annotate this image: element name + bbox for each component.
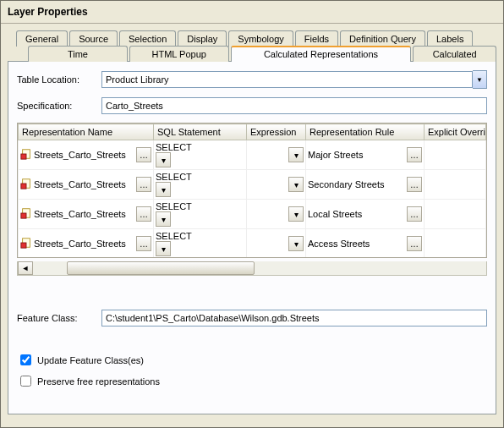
tab-fields[interactable]: Fields [295, 30, 338, 47]
col-header-name[interactable]: Representation Name [19, 124, 154, 140]
repr-name-cell: Streets_Carto_Streets [34, 239, 134, 249]
rule-cell: Secondary Streets [308, 179, 405, 189]
sql-cell: SELECT ▾ [156, 172, 244, 197]
override-cell [425, 229, 486, 259]
table-location-dropdown-button[interactable]: ▼ [473, 70, 487, 89]
table-location-input[interactable] [101, 71, 473, 88]
table-row[interactable]: Streets_Carto_Streets…SELECT ▾▾Local Str… [19, 200, 486, 229]
feature-class-label: Feature Class: [17, 313, 101, 323]
representation-icon [20, 207, 32, 221]
tab-definition-query[interactable]: Definition Query [340, 30, 425, 47]
sql-dropdown-button[interactable]: ▾ [156, 211, 171, 227]
override-cell [425, 200, 486, 229]
rule-cell: Local Streets [308, 209, 405, 219]
update-feature-class-label[interactable]: Update Feature Class(es) [37, 355, 144, 365]
tab-html-popup[interactable]: HTML Popup [129, 46, 229, 62]
sql-cell: SELECT ▾ [156, 201, 244, 227]
specification-label: Specification: [17, 101, 101, 111]
tab-time[interactable]: Time [28, 46, 128, 62]
tab-symbology[interactable]: Symbology [228, 30, 293, 47]
override-cell [425, 170, 486, 200]
svg-rect-3 [21, 184, 26, 189]
table-location-label: Table Location: [17, 74, 101, 85]
rule-edit-button[interactable]: … [407, 236, 422, 251]
specification-input[interactable] [101, 97, 487, 114]
sql-dropdown-button[interactable]: ▾ [156, 152, 171, 167]
override-cell [425, 140, 486, 170]
tab-panel: Table Location: ▼ Specification: R [8, 61, 496, 414]
svg-rect-7 [21, 243, 26, 248]
tab-row-2: Time HTML Popup Calculated Representatio… [8, 46, 496, 62]
col-header-expression[interactable]: Expression [247, 124, 306, 140]
layer-properties-dialog: Layer Properties General Source Selectio… [0, 0, 504, 428]
repr-name-edit-button[interactable]: … [136, 177, 151, 192]
table-row[interactable]: Streets_Carto_Streets…SELECT ▾▾Access St… [19, 229, 486, 259]
rule-edit-button[interactable]: … [407, 177, 422, 192]
expression-dropdown-button[interactable]: ▾ [288, 177, 304, 192]
tab-source[interactable]: Source [69, 30, 118, 47]
scroll-thumb[interactable] [67, 261, 255, 275]
representation-icon [20, 178, 32, 191]
sql-cell: SELECT ▾ [156, 231, 244, 256]
rule-edit-button[interactable]: … [407, 147, 422, 162]
scroll-left-button[interactable]: ◄ [18, 261, 33, 275]
sql-cell: SELECT ▾ [156, 142, 244, 167]
feature-class-input[interactable] [101, 310, 487, 326]
table-row[interactable]: Streets_Carto_Streets…SELECT ▾▾Major Str… [19, 140, 486, 170]
repr-name-cell: Streets_Carto_Streets [34, 150, 134, 160]
repr-name-edit-button[interactable]: … [136, 206, 151, 222]
col-header-rule[interactable]: Representation Rule [306, 124, 425, 140]
col-header-override[interactable]: Explicit Override [425, 124, 486, 140]
sql-dropdown-button[interactable]: ▾ [156, 182, 171, 197]
representations-grid: Representation Name SQL Statement Expres… [17, 123, 487, 258]
repr-name-cell: Streets_Carto_Streets [34, 179, 134, 189]
repr-name-cell: Streets_Carto_Streets [34, 209, 134, 219]
representation-icon [20, 237, 32, 250]
tab-selection[interactable]: Selection [119, 30, 176, 47]
tab-calculated-representations[interactable]: Calculated Representations [231, 46, 412, 62]
representation-icon [20, 148, 32, 162]
expression-dropdown-button[interactable]: ▾ [288, 236, 304, 251]
tab-calculated-fields[interactable]: Calculated [413, 46, 496, 62]
tab-labels[interactable]: Labels [427, 30, 473, 47]
update-feature-class-checkbox[interactable] [20, 354, 31, 365]
table-row[interactable]: Streets_Carto_Streets…SELECT ▾▾Secondary… [19, 170, 486, 200]
grid-horizontal-scrollbar[interactable]: ◄ [17, 261, 487, 276]
rule-cell: Major Streets [308, 150, 405, 160]
repr-name-edit-button[interactable]: … [136, 147, 151, 162]
tab-row-1: General Source Selection Display Symbolo… [8, 30, 496, 47]
rule-edit-button[interactable]: … [407, 206, 422, 222]
chevron-down-icon: ▼ [476, 76, 483, 84]
preserve-free-label[interactable]: Preserve free representations [37, 376, 160, 387]
expression-dropdown-button[interactable]: ▾ [288, 147, 304, 162]
svg-rect-1 [21, 154, 26, 159]
tab-general[interactable]: General [16, 30, 68, 47]
repr-name-edit-button[interactable]: … [136, 236, 151, 251]
rule-cell: Access Streets [308, 239, 405, 249]
preserve-free-checkbox[interactable] [20, 376, 31, 387]
expression-dropdown-button[interactable]: ▾ [288, 206, 304, 222]
svg-rect-5 [21, 213, 26, 218]
sql-dropdown-button[interactable]: ▾ [156, 241, 171, 256]
col-header-sql[interactable]: SQL Statement [154, 124, 247, 140]
tab-display[interactable]: Display [178, 30, 227, 47]
dialog-title: Layer Properties [1, 1, 503, 24]
